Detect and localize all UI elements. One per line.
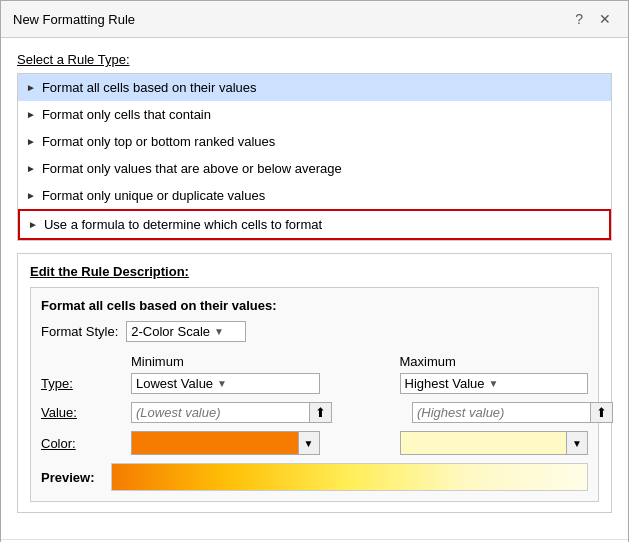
min-value-input-group: ⬆ [131, 402, 332, 423]
maximum-header: Maximum [400, 354, 589, 369]
min-color-select[interactable]: ▼ [131, 431, 320, 455]
rule-item-label: Format all cells based on their values [42, 80, 257, 95]
color-row: Color: ▼ ▼ [41, 431, 588, 455]
rule-arrow-icon: ► [26, 136, 36, 147]
rule-arrow-icon: ► [26, 82, 36, 93]
max-type-value: Highest Value [405, 376, 485, 391]
rule-item-label: Format only cells that contain [42, 107, 211, 122]
preview-row: Preview: [41, 463, 588, 491]
rule-item-label: Format only top or bottom ranked values [42, 134, 275, 149]
dialog-body: Select a Rule Type: ►Format all cells ba… [1, 38, 628, 539]
format-style-value: 2-Color Scale [131, 324, 210, 339]
min-type-value: Lowest Value [136, 376, 213, 391]
max-color-dropdown-btn[interactable]: ▼ [566, 432, 587, 454]
max-type-select[interactable]: Highest Value ▼ [400, 373, 589, 394]
rule-item-label: Format only unique or duplicate values [42, 188, 265, 203]
format-block-title: Format all cells based on their values: [41, 298, 588, 313]
rule-arrow-icon: ► [26, 163, 36, 174]
preview-label: Preview: [41, 470, 101, 485]
rule-item-above-below[interactable]: ►Format only values that are above or be… [18, 155, 611, 182]
min-type-dropdown-arrow: ▼ [217, 378, 227, 389]
max-value-input-group: ⬆ [412, 402, 613, 423]
new-formatting-rule-dialog: New Formatting Rule ? ✕ Select a Rule Ty… [0, 0, 629, 542]
max-value-picker-btn[interactable]: ⬆ [590, 403, 612, 422]
max-value-input[interactable] [413, 403, 590, 422]
value-label: Value: [41, 405, 121, 420]
rule-item-formula[interactable]: ►Use a formula to determine which cells … [18, 209, 611, 240]
min-color-swatch [132, 432, 298, 454]
rule-item-all-cells[interactable]: ►Format all cells based on their values [18, 74, 611, 101]
rule-type-list: ►Format all cells based on their values►… [17, 73, 612, 241]
format-style-select[interactable]: 2-Color Scale ▼ [126, 321, 246, 342]
title-bar: New Formatting Rule ? ✕ [1, 1, 628, 38]
min-value-picker-btn[interactable]: ⬆ [309, 403, 331, 422]
color-label: Color: [41, 436, 121, 451]
title-bar-controls: ? ✕ [570, 9, 616, 29]
type-label: Type: [41, 376, 121, 391]
rule-item-top-bottom[interactable]: ►Format only top or bottom ranked values [18, 128, 611, 155]
format-style-dropdown-arrow: ▼ [214, 326, 224, 337]
format-block: Format all cells based on their values: … [30, 287, 599, 502]
help-icon[interactable]: ? [570, 9, 588, 29]
rule-type-section-label: Select a Rule Type: [17, 52, 612, 67]
edit-rule-label: Edit the Rule Description: [30, 264, 599, 279]
rule-arrow-icon: ► [28, 219, 38, 230]
edit-rule-section: Edit the Rule Description: Format all ce… [17, 253, 612, 513]
rule-arrow-icon: ► [26, 190, 36, 201]
rule-item-label: Use a formula to determine which cells t… [44, 217, 322, 232]
min-color-dropdown-btn[interactable]: ▼ [298, 432, 319, 454]
rule-arrow-icon: ► [26, 109, 36, 120]
min-max-headers: Minimum Maximum Type: Lowest Value ▼ Hig… [41, 354, 588, 394]
close-icon[interactable]: ✕ [594, 9, 616, 29]
rule-item-label: Format only values that are above or bel… [42, 161, 342, 176]
format-style-row: Format Style: 2-Color Scale ▼ [41, 321, 588, 342]
rule-item-unique-duplicate[interactable]: ►Format only unique or duplicate values [18, 182, 611, 209]
max-color-select[interactable]: ▼ [400, 431, 589, 455]
format-style-label: Format Style: [41, 324, 118, 339]
rule-item-cells-contain[interactable]: ►Format only cells that contain [18, 101, 611, 128]
value-row: Value: ⬆ ⬆ [41, 402, 588, 423]
min-value-input[interactable] [132, 403, 309, 422]
min-type-select[interactable]: Lowest Value ▼ [131, 373, 320, 394]
preview-gradient [111, 463, 588, 491]
minimum-header: Minimum [131, 354, 320, 369]
max-type-dropdown-arrow: ▼ [488, 378, 498, 389]
max-color-swatch [401, 432, 567, 454]
dialog-title: New Formatting Rule [13, 12, 135, 27]
